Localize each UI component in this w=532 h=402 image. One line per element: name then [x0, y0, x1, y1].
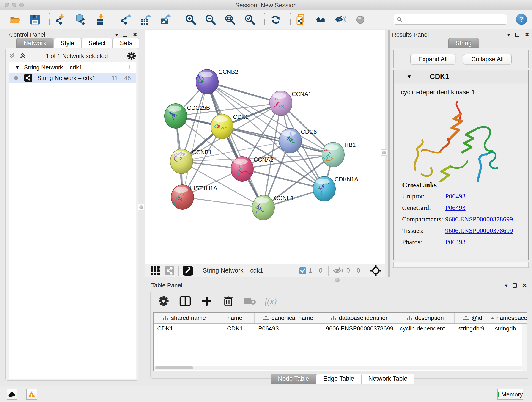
table-row[interactable]: CDK1CDK1P064939606.ENSP00000378699cyclin… — [153, 324, 526, 334]
crosslink-value-link[interactable]: P06493 — [445, 238, 466, 246]
float-panel-icon[interactable] — [123, 32, 127, 37]
node-CDC25B[interactable] — [165, 104, 187, 128]
node-label-CDC25B[interactable]: CDC25B — [187, 104, 210, 111]
expand-all-icon[interactable] — [19, 52, 27, 60]
column-header-name[interactable]: name — [215, 313, 254, 323]
column-header-description[interactable]: description — [396, 313, 455, 323]
tab-edge-table[interactable]: Edge Table — [316, 374, 361, 384]
delete-column-trash-button[interactable] — [222, 294, 235, 308]
tab-select[interactable]: Select — [81, 38, 113, 48]
left-splitter-grip[interactable] — [138, 204, 144, 210]
first-neighbors-button[interactable] — [314, 13, 328, 26]
node-label-CCNB1[interactable]: CCNB1 — [192, 149, 212, 156]
section-expander-icon[interactable]: ▼ — [406, 74, 412, 80]
import-database-button[interactable] — [74, 13, 87, 26]
birds-eye-view-icon[interactable] — [150, 265, 161, 276]
node-CDK1[interactable] — [211, 114, 233, 139]
collapse-all-button[interactable]: Collapse All — [463, 54, 512, 64]
show-all-button[interactable] — [354, 13, 367, 26]
tab-string[interactable]: String — [448, 38, 479, 48]
close-results-icon[interactable]: ✕ — [525, 31, 530, 38]
node-CCNB2[interactable] — [196, 70, 218, 94]
export-network-button[interactable] — [119, 13, 133, 26]
tab-network[interactable]: Network — [17, 38, 53, 48]
column-header-canonical-name[interactable]: canonical name — [254, 313, 322, 323]
close-panel-icon[interactable]: ✕ — [133, 31, 138, 38]
node-label-HIST1H1A[interactable]: HIST1H1A — [190, 185, 217, 191]
node-CCNA2[interactable] — [231, 157, 253, 181]
search-input[interactable] — [394, 14, 507, 25]
node-label-CDK1[interactable]: CDK1 — [233, 114, 249, 120]
expand-all-button[interactable]: Expand All — [410, 54, 456, 64]
node-label-CDC6[interactable]: CDC6 — [301, 128, 317, 135]
zoom-out-button[interactable] — [204, 13, 217, 26]
warnings-button[interactable] — [26, 389, 37, 400]
collapse-table-icon[interactable]: ▾ — [505, 282, 507, 289]
duplicate-network-button[interactable] — [295, 13, 308, 26]
network-collection-row[interactable]: ▼ String Network – cdk1 1 — [9, 62, 136, 73]
right-splitter-grip[interactable] — [381, 149, 387, 156]
node-CDKN1A[interactable] — [313, 177, 336, 201]
node-CDC6[interactable] — [279, 128, 302, 153]
network-view-canvas[interactable]: CCNB2CCNA1CDC25BCDK1CDC6RB1CCNB1CCNA2CDK… — [145, 30, 385, 264]
collapse-results-icon[interactable]: ▾ — [507, 32, 510, 38]
crosslink-value-link[interactable]: P06493 — [445, 204, 466, 211]
selected-nodes-checkbox-icon[interactable] — [299, 267, 306, 274]
vertical-splitter[interactable] — [388, 30, 390, 277]
table-cell[interactable]: CDK1 — [153, 324, 215, 334]
open-in-browser-icon[interactable] — [182, 265, 193, 276]
import-network-button[interactable] — [54, 13, 67, 26]
memory-button[interactable]: Memory — [497, 389, 523, 400]
node-label-CDKN1A[interactable]: CDKN1A — [335, 176, 358, 183]
node-CCNB1[interactable] — [170, 149, 193, 174]
zoom-fit-button[interactable] — [224, 13, 237, 26]
float-results-icon[interactable] — [515, 32, 519, 37]
node-RB1[interactable] — [322, 142, 344, 167]
tree-expander-icon[interactable]: ▼ — [15, 64, 20, 70]
table-cell[interactable]: 9606.ENSP00000378699 — [322, 324, 396, 334]
float-table-icon[interactable] — [513, 283, 517, 288]
crosslink-value-link[interactable]: P06493 — [445, 192, 466, 200]
fit-content-target-icon[interactable] — [370, 265, 381, 276]
table-cell[interactable]: stringdb:9... — [455, 324, 491, 334]
column-header-database-identifier[interactable]: database identifier — [322, 313, 396, 323]
column-header-id[interactable]: @id — [455, 313, 491, 323]
node-label-CCNA1[interactable]: CCNA1 — [292, 90, 311, 97]
tab-style[interactable]: Style — [53, 38, 81, 48]
network-options-gear-icon[interactable] — [127, 51, 136, 61]
results-scrollbar[interactable] — [393, 262, 529, 267]
zoom-selected-button[interactable] — [243, 13, 257, 26]
node-section-header[interactable]: ▼ CDK1 — [394, 70, 528, 83]
help-button[interactable]: ? — [516, 14, 527, 25]
node-label-CCNB2[interactable]: CCNB2 — [218, 68, 238, 75]
zoom-in-button[interactable] — [184, 13, 197, 26]
network-row-selected[interactable]: String Network – cdk1 11 48 — [9, 73, 136, 83]
tab-node-table[interactable]: Node Table — [271, 374, 316, 384]
crosslink-value-link[interactable]: 9606.ENSP00000378699 — [445, 227, 513, 234]
open-file-button[interactable] — [9, 13, 22, 26]
delete-table-button[interactable] — [243, 294, 256, 308]
save-session-button[interactable] — [28, 13, 42, 26]
node-label-CCNA2[interactable]: CCNA2 — [254, 156, 273, 163]
table-cell[interactable]: cyclin-dependent ... — [396, 324, 455, 334]
create-column-button[interactable] — [200, 294, 213, 308]
tab-network-table[interactable]: Network Table — [361, 374, 415, 384]
crosslink-value-link[interactable]: 9606.ENSP00000378699 — [445, 216, 513, 223]
table-hscrollbar[interactable] — [153, 366, 522, 370]
hide-selected-button[interactable] — [334, 13, 347, 26]
column-header-shared-name[interactable]: shared name — [153, 313, 215, 323]
cloud-status-button[interactable] — [7, 389, 17, 400]
node-label-CCNE1[interactable]: CCNE1 — [274, 195, 294, 201]
node-CCNA1[interactable] — [270, 91, 292, 115]
table-cell[interactable]: P06493 — [254, 324, 322, 334]
string-panel-toggle-icon[interactable] — [164, 265, 175, 276]
collapse-panel-icon[interactable]: ▾ — [115, 32, 118, 38]
table-cell[interactable]: stringdb — [491, 324, 527, 334]
refresh-button[interactable] — [269, 13, 282, 26]
table-options-gear-button[interactable] — [157, 294, 170, 308]
import-table-button[interactable] — [94, 13, 107, 26]
table-vscrollbar[interactable] — [522, 324, 526, 371]
column-header-namespace[interactable]: namespace — [491, 313, 527, 323]
show-columns-button[interactable] — [178, 294, 192, 308]
collapse-all-icon[interactable] — [8, 52, 16, 60]
